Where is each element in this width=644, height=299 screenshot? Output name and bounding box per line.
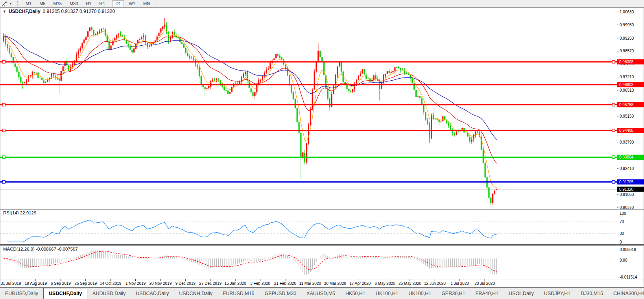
macd-histogram <box>4 250 496 275</box>
tab-usdcnh-daily[interactable]: USDCNH,Daily <box>174 288 218 299</box>
date-tick-label: 20 Jul 2020 <box>474 281 495 286</box>
hline-handle[interactable] <box>612 103 615 106</box>
price-tick-label: 0.96510 <box>620 88 634 92</box>
date-tick-label: 3 Feb 2020 <box>250 281 270 286</box>
timeframe-button-h1[interactable]: H1 <box>83 0 94 7</box>
hline-handle[interactable] <box>2 61 5 63</box>
date-tick-label: 6 Sep 2019 <box>51 281 71 286</box>
price-tick-label: 0.97210 <box>620 75 634 79</box>
macd-signal-line <box>4 251 496 272</box>
price-tick-label: 0.91050 <box>620 192 634 197</box>
tab-fra40-h1[interactable]: FRA40,H1 <box>471 288 504 299</box>
hline-price-tag-label: 0.93004 <box>619 155 634 159</box>
tab-usdchf-daily[interactable]: USDCHF,Daily <box>43 288 87 299</box>
date-tick-label: 19 Aug 2019 <box>25 281 47 286</box>
tab-ger30-h1[interactable]: GER30,H1 <box>436 288 470 299</box>
hline-price-tag-label: 0.94408 <box>619 128 634 133</box>
tab-eurusd-m15[interactable]: EURUSD,M15 <box>218 288 260 299</box>
price-tick-label: 0.93790 <box>620 140 634 144</box>
ma-medium-line <box>4 36 496 164</box>
date-tick-label: 14 Oct 2019 <box>100 281 122 286</box>
hline-handle[interactable] <box>612 61 615 63</box>
date-tick-label: 20 Nov 2019 <box>149 281 172 286</box>
chart-window: 1.006300.999500.992500.985700.978900.972… <box>0 7 644 288</box>
date-tick-label: 27 Dec 2019 <box>199 281 221 286</box>
window-border <box>0 8 644 288</box>
date-tick-label: 15 Jan 2020 <box>225 281 246 286</box>
timeframe-button-m15[interactable]: M15 <box>50 0 65 7</box>
tab-eurusd-daily[interactable]: EURUSD,Daily <box>0 288 43 299</box>
mt4-application: ▼ M1M5M15M30H1H4D1W1MN 1.006300.999500.9… <box>0 0 644 299</box>
tab-usdcad-daily[interactable]: USDCAD,Daily <box>131 288 174 299</box>
chart-canvas[interactable]: 1.006300.999500.992500.985700.978900.972… <box>0 7 644 288</box>
tab-usdjpy-h1[interactable]: USDJPY,H1 <box>539 288 576 299</box>
rsi-axis-label: 30 <box>620 231 624 236</box>
dropdown-arrow-icon[interactable]: ▼ <box>9 2 12 6</box>
date-tick-label: 30 Mar 2020 <box>324 281 347 286</box>
date-tick-label: 11 Mar 2020 <box>299 281 321 286</box>
date-tick-label: 25 May 2020 <box>399 281 421 286</box>
symbol-tab-bar: EURUSD,DailyUSDCHF,DailyAUDUSD,DailyUSDC… <box>0 288 644 299</box>
drawing-tool-icon[interactable]: ▼ <box>2 1 12 6</box>
macd-label: MACD(12,26,9) -0.008667 -0.007507 <box>3 247 78 251</box>
date-tick-label: 21 Feb 2020 <box>274 281 297 286</box>
hline-handle[interactable] <box>2 103 5 106</box>
timeframe-buttons: M1M5M15M30H1H4D1W1MN <box>22 0 157 7</box>
hline-handle[interactable] <box>612 156 615 159</box>
price-tick-label: 1.00630 <box>620 10 634 14</box>
date-tick-label: 1 Nov 2019 <box>125 281 146 286</box>
rsi-label: RSI(14) 22.9129 <box>3 210 36 215</box>
hline-handle[interactable] <box>612 129 615 132</box>
price-tick-label: 0.99250 <box>620 36 634 41</box>
timeframe-button-d1[interactable]: D1 <box>112 0 124 7</box>
tab-uk100-h1[interactable]: UK100,H1 <box>371 288 404 299</box>
date-tick-label: 12 Jun 2020 <box>424 281 446 286</box>
macd-axis-label: 0.00 <box>620 258 627 262</box>
tab-gbpusd-m30[interactable]: GBPUSD,M30 <box>260 288 302 299</box>
macd-axis-label: 0.005818 <box>620 247 636 252</box>
rsi-axis-label: 70 <box>620 220 624 224</box>
hline-price-tag-label: 0.95758 <box>619 103 634 107</box>
hline-price-tag-label: 0.96803 <box>619 83 634 87</box>
chart-title-ohlc: 0.91305 0.91337 0.91270 0.91320 <box>43 9 115 14</box>
ma-slow-line <box>4 36 496 140</box>
date-tick-label: 17 Apr 2020 <box>349 281 371 286</box>
tab-uk100-h1[interactable]: UK100,H1 <box>403 288 436 299</box>
timeframe-button-m1[interactable]: M1 <box>22 0 35 7</box>
tab-dj30-m15[interactable]: DJ30,M15 <box>576 288 608 299</box>
date-tick-label: 31 Jul 2019 <box>1 281 21 286</box>
timeframe-button-w1[interactable]: W1 <box>125 0 138 7</box>
tab-hk50-h1[interactable]: HK50,H1 <box>340 288 371 299</box>
date-tick-label: 1 Jul 2020 <box>451 281 469 286</box>
timeframe-button-h4[interactable]: H4 <box>96 0 108 7</box>
tab-audusd-daily[interactable]: AUDUSD,Daily <box>87 288 131 299</box>
toolbar-grip <box>17 1 18 6</box>
date-tick-label: 9 Dec 2019 <box>175 281 196 286</box>
timeframe-button-m30[interactable]: M30 <box>66 0 81 7</box>
date-tick-label: 25 Sep 2019 <box>74 281 97 286</box>
timeframe-button-mn[interactable]: MN <box>140 0 153 7</box>
hline-handle[interactable] <box>2 181 5 183</box>
rsi-line <box>7 220 497 242</box>
chart-title-symbol: USDCHF,Daily <box>9 9 41 14</box>
tab-usoil-daily[interactable]: USOil,Daily <box>504 288 539 299</box>
hline-handle[interactable] <box>2 129 5 132</box>
chart-title: ▼ USDCHF,Daily 0.91305 0.91337 0.91270 0… <box>3 9 115 14</box>
price-tick-label: 0.92410 <box>620 166 634 171</box>
hline-handle[interactable] <box>612 181 615 183</box>
crosshair-cursor-icon <box>2 1 8 6</box>
hline-handle[interactable] <box>2 156 5 159</box>
hline-price-tag-label: 0.98008 <box>619 60 634 64</box>
macd-axis-label: -0.011514 <box>620 275 637 279</box>
window-menu-icon[interactable]: ▼ <box>3 9 6 13</box>
price-tick-label: 0.99950 <box>620 23 634 27</box>
candlestick-series <box>3 18 497 207</box>
date-tick-label: 6 May 2020 <box>375 281 395 286</box>
price-tick-label: 0.95150 <box>620 114 634 118</box>
tab-xauusd-m5[interactable]: XAUUSD,M5 <box>301 288 340 299</box>
price-tick-label: 0.98570 <box>620 49 634 53</box>
rsi-axis-label: 100 <box>620 211 626 216</box>
timeframe-button-m5[interactable]: M5 <box>36 0 48 7</box>
tab-china300-h4[interactable]: CHINA300,H4 <box>608 288 644 299</box>
ma-fast-line <box>4 31 496 188</box>
